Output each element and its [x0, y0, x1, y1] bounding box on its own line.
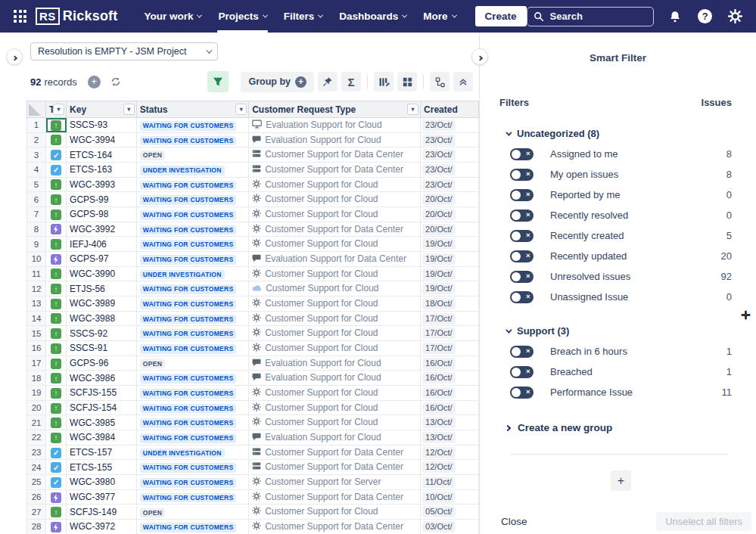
status-cell[interactable]: WAITING FOR CUSTOMERS — [136, 281, 248, 296]
status-cell[interactable]: UNDER INVESTIGATION — [136, 163, 248, 178]
created-date-cell[interactable]: 17/Oct/ — [421, 341, 479, 356]
ricksoft-logo[interactable]: RS Ricksoft — [36, 8, 117, 25]
issue-type-cell[interactable]: ↑ — [46, 281, 67, 296]
status-cell[interactable]: WAITING FOR CUSTOMERS — [136, 489, 248, 505]
status-cell[interactable]: WAITING FOR CUSTOMERS — [136, 222, 248, 237]
filter-toggle[interactable]: × — [510, 387, 534, 399]
created-date-cell[interactable]: 23/Oct/ — [421, 147, 479, 163]
row-number[interactable]: 19 — [27, 386, 46, 401]
request-type-cell[interactable]: Customer Support for Data Center — [249, 520, 421, 534]
request-type-cell[interactable]: Customer Support for Cloud — [249, 341, 421, 356]
request-type-cell[interactable]: Customer Support for Cloud — [249, 237, 421, 252]
created-date-cell[interactable]: 13/Oct/ — [421, 430, 479, 446]
request-type-cell[interactable]: Customer Support for Cloud — [249, 207, 421, 222]
created-date-cell[interactable]: 17/Oct/ — [421, 326, 479, 341]
card-view-button[interactable] — [397, 72, 417, 92]
row-number[interactable]: 20 — [27, 400, 46, 415]
row-number[interactable]: 10 — [27, 252, 46, 267]
created-date-cell[interactable]: 19/Oct/ — [421, 252, 479, 267]
filter-toggle[interactable]: × — [510, 148, 534, 160]
request-type-cell[interactable]: Customer Support for Data Center — [249, 460, 421, 475]
issue-key-cell[interactable]: WGC-3994 — [67, 132, 137, 147]
request-type-cell[interactable]: Customer Support for Data Center — [249, 489, 421, 505]
created-date-cell[interactable]: 23/Oct/ — [421, 132, 479, 147]
row-number[interactable]: 25 — [27, 475, 46, 490]
issue-key-cell[interactable]: ETCS-163 — [67, 163, 137, 178]
nav-item-your-work[interactable]: Your work — [135, 0, 210, 33]
row-number[interactable]: 21 — [27, 415, 46, 430]
issue-key-cell[interactable]: WGC-3972 — [67, 520, 137, 534]
row-number[interactable]: 8 — [27, 222, 46, 237]
issue-type-cell[interactable]: ✓ — [46, 445, 67, 460]
issue-key-cell[interactable]: WGC-3980 — [67, 475, 137, 490]
issue-type-cell[interactable]: ↑ — [46, 177, 67, 192]
sum-button[interactable]: Σ — [341, 72, 361, 92]
issue-key-cell[interactable]: SSCS-93 — [67, 118, 137, 133]
status-cell[interactable]: WAITING FOR CUSTOMERS — [136, 341, 248, 356]
pin-columns-button[interactable] — [318, 72, 338, 92]
status-cell[interactable]: WAITING FOR CUSTOMERS — [136, 207, 248, 222]
issue-key-cell[interactable]: WGC-3990 — [67, 266, 137, 281]
row-number[interactable]: 9 — [27, 237, 46, 252]
create-new-group-link[interactable]: Create a new group — [506, 422, 732, 433]
column-header-key[interactable]: Key▾ — [67, 101, 137, 118]
request-type-cell[interactable]: Customer Support for Data Center — [249, 222, 421, 237]
nav-item-more[interactable]: More — [415, 0, 464, 33]
issue-key-cell[interactable]: GCPS-98 — [67, 207, 137, 222]
created-date-cell[interactable]: 19/Oct/ — [421, 281, 479, 296]
status-cell[interactable]: WAITING FOR CUSTOMERS — [136, 386, 248, 401]
column-menu-icon[interactable]: ▾ — [123, 104, 135, 115]
column-menu-icon[interactable]: ▾ — [235, 104, 247, 115]
issue-type-cell[interactable]: ✓ — [46, 163, 67, 178]
issue-type-cell[interactable]: ↑ — [46, 400, 67, 415]
issue-type-cell[interactable]: ↑ — [46, 296, 67, 312]
request-type-cell[interactable]: Customer Support for Cloud — [249, 326, 421, 341]
issue-key-cell[interactable]: SCFJS-149 — [67, 505, 137, 520]
created-date-cell[interactable]: 17/Oct/ — [421, 311, 479, 326]
issue-key-cell[interactable]: WGC-3993 — [67, 177, 137, 192]
issue-key-cell[interactable]: SCFJS-155 — [67, 386, 137, 401]
issue-key-cell[interactable]: WGC-3985 — [67, 415, 137, 430]
issue-type-cell[interactable]: ✓ — [46, 475, 67, 490]
issue-type-cell[interactable]: ✓ — [46, 147, 67, 163]
status-cell[interactable]: WAITING FOR CUSTOMERS — [136, 326, 248, 341]
filter-toggle[interactable]: × — [510, 189, 534, 201]
status-cell[interactable]: WAITING FOR CUSTOMERS — [136, 371, 248, 386]
issue-type-cell[interactable]: ↑ — [46, 326, 67, 341]
collapse-panel-button[interactable] — [471, 48, 488, 65]
row-number[interactable]: 4 — [27, 163, 46, 178]
edit-columns-button[interactable] — [374, 72, 394, 92]
row-number[interactable]: 18 — [27, 371, 46, 386]
issue-key-cell[interactable]: WGC-3989 — [67, 296, 137, 312]
created-date-cell[interactable]: 11/Oct/ — [421, 475, 479, 490]
created-date-cell[interactable]: 03/Oct/ — [421, 520, 479, 534]
request-type-cell[interactable]: Customer Support for Cloud — [249, 281, 421, 296]
status-cell[interactable]: WAITING FOR CUSTOMERS — [136, 177, 248, 192]
unselect-all-filters-button[interactable]: Unselect all filters — [656, 512, 751, 531]
status-cell[interactable]: WAITING FOR CUSTOMERS — [136, 252, 248, 267]
issue-type-cell[interactable] — [46, 489, 67, 505]
status-cell[interactable]: WAITING FOR CUSTOMERS — [136, 118, 248, 133]
issue-type-cell[interactable]: ↑ — [46, 237, 67, 252]
created-date-cell[interactable]: 10/Oct/ — [421, 489, 479, 505]
created-date-cell[interactable]: 23/Oct/ — [421, 163, 479, 178]
collapse-all-button[interactable] — [453, 72, 473, 92]
request-type-cell[interactable]: Customer Support for Cloud — [249, 400, 421, 415]
issue-key-cell[interactable]: GCPS-96 — [67, 355, 137, 371]
status-cell[interactable]: WAITING FOR CUSTOMERS — [136, 520, 248, 534]
issue-type-cell[interactable] — [46, 252, 67, 267]
issue-type-cell[interactable]: ✓ — [46, 460, 67, 475]
request-type-cell[interactable]: Customer Support for Server — [249, 475, 421, 490]
issue-type-cell[interactable]: ↑ — [46, 132, 67, 147]
column-menu-icon[interactable]: ▾ — [407, 104, 418, 115]
row-number[interactable]: 17 — [27, 355, 46, 371]
row-number[interactable]: 5 — [27, 177, 46, 192]
status-cell[interactable]: WAITING FOR CUSTOMERS — [136, 296, 248, 312]
created-date-cell[interactable]: 23/Oct/ — [421, 177, 479, 192]
created-date-cell[interactable]: 19/Oct/ — [421, 266, 479, 281]
filter-toggle[interactable]: × — [510, 210, 534, 222]
filter-group-header[interactable]: Support (3) — [506, 325, 732, 337]
issue-type-cell[interactable]: ↑ — [46, 415, 67, 430]
smart-filter-button[interactable] — [207, 71, 229, 92]
issue-type-cell[interactable] — [46, 520, 67, 534]
